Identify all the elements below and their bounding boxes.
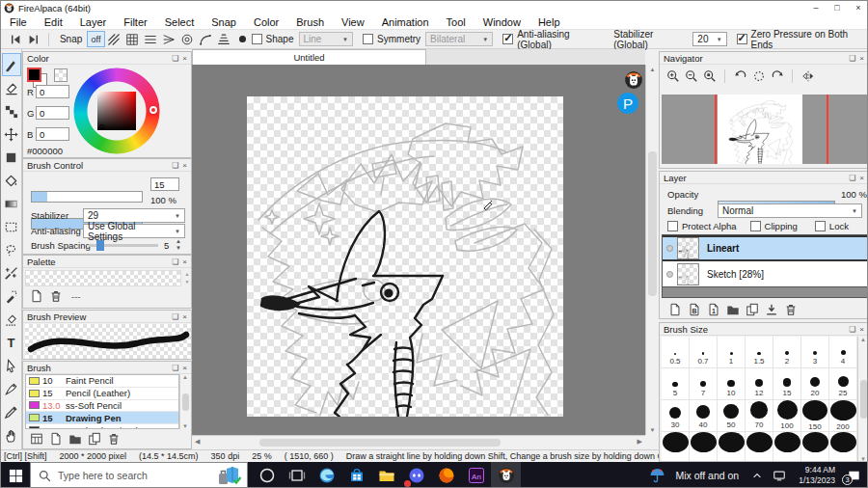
- snap-off-button[interactable]: off: [87, 31, 104, 47]
- brush-size-option-70[interactable]: 70: [746, 400, 773, 432]
- snap-curve-button[interactable]: [197, 31, 215, 47]
- menu-animation[interactable]: Animation: [373, 16, 438, 28]
- float-panel-icon[interactable]: ❏: [849, 54, 855, 63]
- rotate-left-button[interactable]: [731, 68, 749, 84]
- brush-folder-button[interactable]: [66, 431, 85, 447]
- primary-color-swatch[interactable]: [27, 68, 41, 82]
- canvas-horizontal-scrollbar[interactable]: ◀ ▶: [192, 435, 645, 447]
- blending-select[interactable]: Normal▼: [718, 203, 862, 218]
- layer-visibility-toggle[interactable]: [666, 271, 673, 278]
- sv-marker[interactable]: [99, 124, 104, 129]
- shape-tool[interactable]: [2, 146, 21, 169]
- antialias-checkbox[interactable]: [502, 34, 513, 44]
- add-1bit-layer-button[interactable]: 1: [704, 302, 723, 317]
- symmetry-checkbox[interactable]: [363, 34, 373, 44]
- delete-color-button[interactable]: [46, 288, 66, 304]
- stabilizer-global-select[interactable]: 20▼: [692, 32, 726, 46]
- brush-size-option-100[interactable]: 100: [773, 400, 801, 432]
- brush-size-option[interactable]: [829, 432, 857, 462]
- brush-size-option-7[interactable]: 7: [690, 368, 718, 400]
- tray-expand-icon[interactable]: [751, 470, 763, 481]
- firealpaca-mascot-button[interactable]: [624, 70, 643, 90]
- brush-tool[interactable]: [2, 53, 21, 76]
- start-button[interactable]: [1, 462, 30, 488]
- b-input[interactable]: 0: [36, 127, 69, 141]
- merge-down-button[interactable]: [762, 302, 781, 317]
- select-rect-tool[interactable]: [2, 215, 21, 238]
- brush-size-option-0.5[interactable]: 0.5: [662, 337, 690, 368]
- snap-vanishing-button[interactable]: [160, 31, 178, 47]
- menu-file[interactable]: File: [1, 16, 36, 28]
- clipping-checkbox[interactable]: [750, 221, 761, 231]
- delete-brush-button[interactable]: [104, 431, 123, 447]
- action-center-icon[interactable]: 3: [847, 469, 861, 483]
- snap-perspective-button[interactable]: [215, 31, 233, 47]
- layer-row-lineart[interactable]: Lineart: [663, 235, 867, 261]
- taskbar-app-explorer[interactable]: [371, 462, 401, 488]
- brush-item-faint-pencil[interactable]: 10 Faint Pencil: [26, 375, 178, 388]
- menu-filter[interactable]: Filter: [115, 16, 155, 28]
- scrollbar-thumb[interactable]: [259, 439, 501, 447]
- canvas-document[interactable]: [247, 96, 563, 417]
- brush-size-option-20[interactable]: 20: [801, 368, 829, 400]
- menu-select[interactable]: Select: [156, 16, 203, 28]
- symmetry-select[interactable]: Bilateral▼: [425, 32, 493, 46]
- brush-size-option-40[interactable]: 40: [690, 400, 718, 432]
- shape-select[interactable]: Line▼: [299, 32, 354, 46]
- taskbar-app-edge[interactable]: [312, 462, 341, 488]
- snap-grid-button[interactable]: [123, 31, 142, 47]
- float-panel-icon[interactable]: ❏: [172, 364, 178, 372]
- scrollbar-thumb[interactable]: [648, 151, 657, 296]
- search-highlight-icon[interactable]: [218, 466, 243, 487]
- add-color-button[interactable]: [27, 288, 46, 304]
- layer-folder-button[interactable]: [723, 302, 743, 317]
- brush-item-pencil-leather-[interactable]: 15 Pencil (Leather): [26, 388, 178, 400]
- brush-size-value[interactable]: 15: [150, 177, 179, 191]
- g-input[interactable]: 0: [36, 106, 69, 120]
- menu-layer[interactable]: Layer: [71, 16, 116, 28]
- layer-row-sketch-28-[interactable]: Sketch [28%]: [663, 261, 867, 287]
- brush-item-drawing-pen[interactable]: 15 Drawing Pen: [26, 412, 178, 424]
- menu-view[interactable]: View: [333, 16, 373, 28]
- move-tool[interactable]: [2, 122, 21, 146]
- pen-tool[interactable]: [2, 377, 21, 400]
- brush-size-option-10[interactable]: 10: [718, 368, 746, 400]
- brush-size-option-12[interactable]: 12: [746, 368, 773, 400]
- canvas-vertical-scrollbar[interactable]: ▲ ▼: [645, 65, 659, 435]
- brush-list-scrollbar[interactable]: ▲▼: [179, 374, 190, 429]
- snap-horizontal-button[interactable]: [142, 31, 160, 47]
- flip-horizontal-button[interactable]: [799, 68, 817, 84]
- pixiv-button[interactable]: P: [616, 92, 639, 115]
- weather-text[interactable]: Mix off and on: [675, 470, 739, 481]
- clock[interactable]: 9:44 AM 1/13/2023: [799, 465, 835, 485]
- eraser-tool[interactable]: [2, 76, 21, 99]
- close-button[interactable]: ×: [848, 3, 868, 13]
- weather-umbrella-icon[interactable]: [649, 468, 665, 484]
- close-panel-icon[interactable]: ×: [859, 54, 864, 63]
- select-eraser-tool[interactable]: [2, 308, 21, 331]
- hand-tool[interactable]: [2, 423, 21, 447]
- brush-size-option-30[interactable]: 30: [662, 400, 690, 432]
- float-panel-icon[interactable]: ❏: [172, 161, 178, 170]
- close-panel-icon[interactable]: ×: [182, 54, 187, 63]
- brush-size-option-1[interactable]: 1: [718, 337, 746, 368]
- menu-window[interactable]: Window: [475, 16, 529, 28]
- menu-brush[interactable]: Brush: [287, 16, 333, 28]
- canvas-workspace[interactable]: P: [192, 65, 645, 435]
- pointer-tool[interactable]: [2, 354, 21, 377]
- brush-size-option-5[interactable]: 5: [662, 368, 690, 400]
- menu-help[interactable]: Help: [529, 16, 569, 28]
- brush-size-option[interactable]: [690, 432, 718, 462]
- taskbar-search[interactable]: Type here to search: [30, 462, 248, 488]
- float-panel-icon[interactable]: ❏: [172, 258, 178, 266]
- delete-layer-button[interactable]: [781, 302, 800, 317]
- taskbar-app-task-view[interactable]: [282, 462, 312, 488]
- add-layer-button[interactable]: [665, 302, 685, 317]
- float-panel-icon[interactable]: ❏: [849, 325, 855, 334]
- brush-spacing-stepper[interactable]: ▲▼: [176, 238, 181, 251]
- taskbar-app-store[interactable]: [341, 462, 371, 488]
- menu-tool[interactable]: Tool: [438, 16, 475, 28]
- add-8bit-layer-button[interactable]: B: [685, 302, 704, 317]
- snap-concentric-button[interactable]: [178, 31, 197, 47]
- close-panel-icon[interactable]: ×: [182, 258, 187, 266]
